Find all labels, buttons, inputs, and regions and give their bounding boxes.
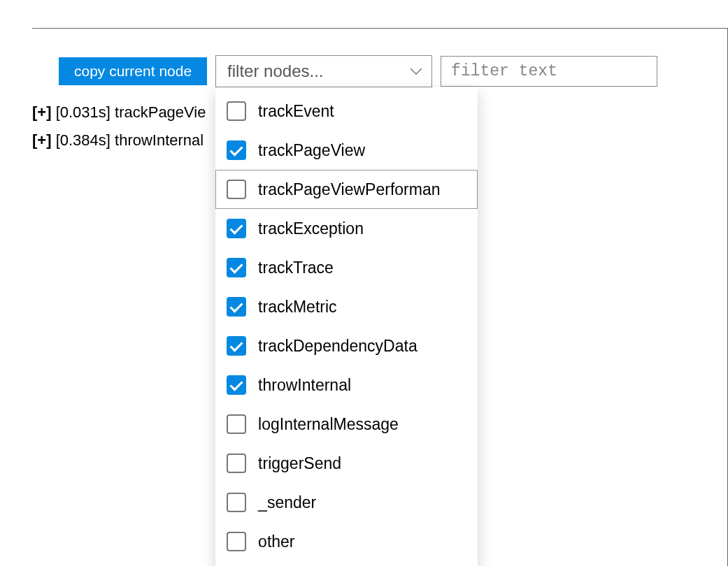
dropdown-option-label: throwInternal	[258, 376, 351, 395]
checkbox[interactable]	[227, 453, 246, 473]
dropdown-option-label: trackDependencyData	[258, 337, 417, 356]
dropdown-option[interactable]: throwInternal	[215, 365, 478, 405]
checkbox[interactable]	[227, 336, 246, 356]
dropdown-option-label: trackTrace	[258, 259, 334, 277]
tree-row-label: trackPageVie	[115, 103, 206, 121]
filter-nodes-select-wrap: filter nodes... trackEventtrackPageViewt…	[215, 55, 432, 87]
filter-text-input[interactable]	[441, 56, 657, 87]
dropdown-option-label: other	[258, 532, 294, 551]
checkbox[interactable]	[227, 140, 246, 160]
copy-current-node-button[interactable]: copy current node	[59, 57, 207, 85]
toolbar: copy current node filter nodes... trackE…	[32, 55, 727, 96]
checkbox[interactable]	[227, 375, 246, 395]
app-frame: copy current node filter nodes... trackE…	[32, 28, 728, 566]
checkbox[interactable]	[227, 180, 246, 199]
checkbox[interactable]	[227, 532, 246, 551]
filter-nodes-select[interactable]: filter nodes...	[215, 55, 432, 87]
dropdown-option-label: trackPageViewPerforman	[258, 180, 440, 199]
dropdown-option[interactable]: trackEvent	[215, 92, 478, 131]
tree-row-time: [0.384s]	[56, 131, 110, 149]
dropdown-option[interactable]: _sender	[215, 483, 478, 522]
dropdown-option[interactable]: trackTrace	[215, 248, 478, 287]
dropdown-option-label: trackException	[258, 219, 364, 238]
chevron-down-icon	[410, 65, 422, 78]
dropdown-option-label: trackEvent	[258, 102, 334, 121]
checkbox[interactable]	[227, 493, 246, 512]
tree-row-label: throwInternal	[115, 131, 204, 149]
dropdown-option[interactable]: trackMetric	[215, 287, 478, 326]
checkbox[interactable]	[227, 219, 246, 238]
dropdown-option[interactable]: trackException	[215, 209, 478, 248]
checkbox[interactable]	[227, 258, 246, 277]
dropdown-option[interactable]: other	[215, 522, 478, 561]
dropdown-option-label: triggerSend	[258, 454, 341, 473]
dropdown-option-label: trackMetric	[258, 298, 336, 317]
dropdown-option[interactable]: trackPageView	[215, 131, 478, 170]
filter-nodes-dropdown: trackEventtrackPageViewtrackPageViewPerf…	[215, 87, 478, 566]
filter-nodes-select-placeholder: filter nodes...	[227, 61, 323, 81]
dropdown-option[interactable]: triggerSend	[215, 444, 478, 483]
dropdown-option-label: trackPageView	[258, 141, 365, 160]
expand-icon[interactable]: [+]	[32, 131, 52, 149]
dropdown-option-label: _sender	[258, 493, 316, 512]
checkbox[interactable]	[227, 101, 246, 121]
dropdown-option[interactable]: trackDependencyData	[215, 326, 478, 365]
dropdown-option[interactable]: logInternalMessage	[215, 405, 478, 444]
dropdown-option[interactable]: trackPageViewPerforman	[215, 170, 478, 209]
checkbox[interactable]	[227, 414, 246, 434]
expand-icon[interactable]: [+]	[32, 103, 52, 121]
checkbox[interactable]	[227, 297, 246, 317]
dropdown-option-label: logInternalMessage	[258, 415, 399, 434]
tree-row-time: [0.031s]	[56, 103, 110, 121]
